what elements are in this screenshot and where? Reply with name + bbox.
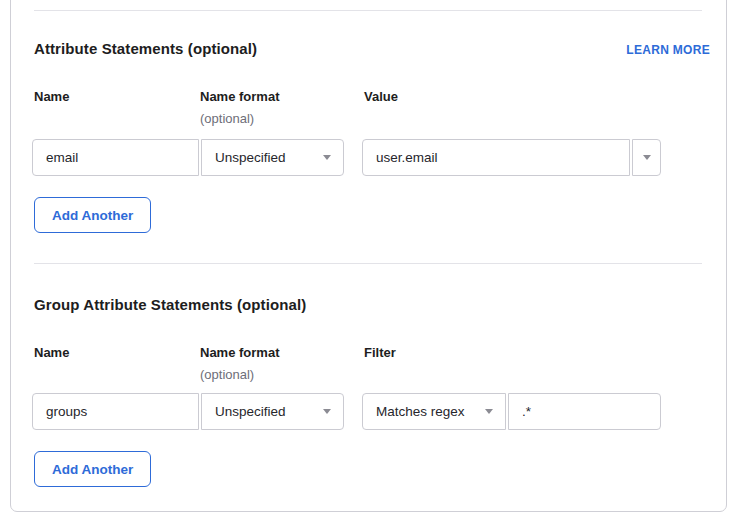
attr-value-group [362,139,661,176]
learn-more-link[interactable]: LEARN MORE [626,43,710,57]
group-filter-type-select[interactable]: Matches regex [362,393,506,430]
section-divider [34,263,702,264]
column-filter: Filter [364,345,703,383]
attribute-statement-row: Unspecified [11,139,726,176]
section-title: Attribute Statements (optional) [34,39,257,59]
attr-name-input[interactable] [32,139,199,176]
group-name-format-select[interactable]: Unspecified [201,393,344,430]
column-name: Name [34,345,200,383]
chevron-down-icon [323,409,331,414]
group-filter-group: Matches regex [362,393,661,430]
group-attribute-statement-row: Unspecified Matches regex [11,393,726,430]
group-name-input[interactable] [32,393,199,430]
add-another-button[interactable]: Add Another [34,197,151,233]
column-labels-row: Name Name format (optional) Filter [11,345,726,383]
name-format-column-label: Name format [200,345,364,361]
name-column-label: Name [34,89,200,105]
group-name-group: Unspecified [32,393,344,430]
add-another-button[interactable]: Add Another [34,451,151,487]
attr-name-format-select[interactable]: Unspecified [201,139,344,176]
column-name-format: Name format (optional) [200,345,364,383]
attribute-statements-section: Attribute Statements (optional) LEARN MO… [11,39,726,233]
saml-settings-card: Attribute Statements (optional) LEARN MO… [10,0,727,512]
group-filter-value-input[interactable] [508,393,661,430]
column-labels-row: Name Name format (optional) Value [11,89,726,127]
section-title: Group Attribute Statements (optional) [34,295,306,315]
group-name-format-value: Unspecified [215,404,286,419]
group-filter-type-value: Matches regex [376,404,465,419]
name-format-optional-label: (optional) [200,111,364,127]
attr-value-input[interactable] [362,139,630,176]
attr-name-format-value: Unspecified [215,150,286,165]
chevron-down-icon [485,409,493,414]
group-attribute-statements-section: Group Attribute Statements (optional) Na… [11,295,726,487]
value-column-label: Value [364,89,703,105]
chevron-down-icon [643,155,651,160]
column-name-format: Name format (optional) [200,89,364,127]
filter-column-label: Filter [364,345,703,361]
name-format-optional-label: (optional) [200,367,364,383]
chevron-down-icon [323,155,331,160]
name-column-label: Name [34,345,200,361]
section-header: Attribute Statements (optional) LEARN MO… [11,39,726,59]
section-header: Group Attribute Statements (optional) [11,295,726,315]
section-divider [34,10,702,11]
attr-value-dropdown-button[interactable] [632,139,661,176]
column-value: Value [364,89,703,127]
column-name: Name [34,89,200,127]
attr-name-group: Unspecified [32,139,344,176]
name-format-column-label: Name format [200,89,364,105]
